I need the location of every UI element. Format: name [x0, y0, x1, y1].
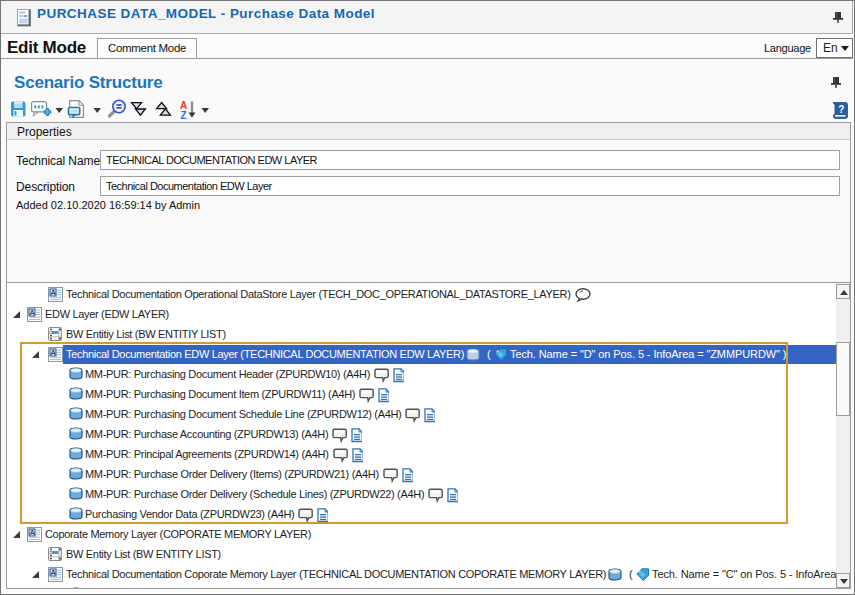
svg-text:?: ? [838, 104, 844, 115]
svg-text:Z: Z [181, 110, 187, 120]
